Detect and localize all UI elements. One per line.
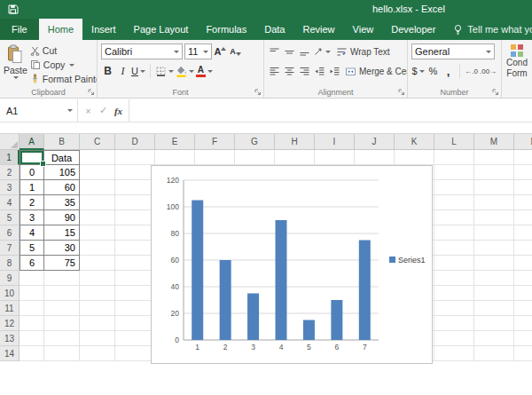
bar-4[interactable] — [276, 220, 287, 340]
row-header-11[interactable]: 11 — [0, 301, 20, 316]
cell-d6[interactable] — [115, 225, 155, 241]
row-header-10[interactable]: 10 — [0, 286, 20, 301]
bar-1[interactable] — [192, 201, 203, 341]
cell-a13[interactable] — [20, 331, 44, 346]
bar-6[interactable] — [331, 300, 342, 340]
cell-d2[interactable] — [115, 165, 155, 180]
cell-n3[interactable] — [514, 180, 532, 195]
cell-m2[interactable] — [474, 165, 514, 180]
cell-c2[interactable] — [80, 165, 115, 180]
bold-button[interactable]: B — [101, 63, 114, 79]
cell-n8[interactable] — [514, 256, 532, 271]
tell-me-box[interactable]: Tell me what you want to do... — [453, 19, 532, 40]
cell-a2[interactable]: 0 — [20, 165, 44, 180]
number-dialog-launcher[interactable] — [492, 89, 499, 96]
cell-c8[interactable] — [80, 256, 115, 271]
cell-l7[interactable] — [434, 241, 474, 256]
align-left-button[interactable] — [268, 63, 281, 79]
paste-button[interactable]: Paste — [4, 43, 27, 85]
cell-a7[interactable]: 5 — [20, 241, 44, 256]
cell-l13[interactable] — [434, 331, 474, 346]
cell-i1[interactable] — [315, 150, 355, 165]
align-bottom-button[interactable] — [298, 43, 311, 59]
cell-g1[interactable] — [235, 150, 275, 165]
cell-l8[interactable] — [434, 256, 474, 271]
wrap-text-button[interactable]: Wrap Text — [336, 47, 390, 57]
cell-b8[interactable]: 75 — [44, 256, 80, 271]
cell-d1[interactable] — [115, 150, 155, 165]
cell-c3[interactable] — [80, 180, 115, 195]
cell-a3[interactable]: 1 — [20, 180, 44, 195]
cell-c9[interactable] — [80, 271, 115, 286]
column-header-g[interactable]: G — [235, 134, 275, 150]
row-header-4[interactable]: 4 — [0, 195, 20, 210]
cell-d8[interactable] — [115, 256, 155, 271]
font-color-button[interactable]: A — [196, 63, 213, 79]
cell-d11[interactable] — [115, 301, 155, 316]
column-header-c[interactable]: C — [80, 134, 115, 150]
increase-indent-button[interactable] — [328, 63, 341, 79]
orientation-button[interactable] — [313, 43, 331, 59]
cell-a10[interactable] — [20, 286, 44, 301]
cell-l9[interactable] — [434, 271, 474, 286]
bar-5[interactable] — [303, 320, 315, 341]
cell-d5[interactable] — [115, 210, 155, 225]
cell-d9[interactable] — [115, 271, 155, 286]
insert-function-button[interactable]: fx — [111, 106, 126, 116]
cell-m10[interactable] — [474, 286, 514, 301]
cell-b1[interactable]: Data — [44, 150, 80, 165]
cell-a6[interactable]: 4 — [20, 225, 44, 241]
cell-b10[interactable] — [44, 286, 80, 301]
cell-a11[interactable] — [20, 301, 44, 316]
cell-d7[interactable] — [115, 241, 155, 256]
cell-n2[interactable] — [514, 165, 532, 180]
cell-m9[interactable] — [474, 271, 514, 286]
cell-c10[interactable] — [80, 286, 115, 301]
cell-l4[interactable] — [434, 195, 474, 210]
decrease-indent-button[interactable] — [313, 63, 326, 79]
cell-c5[interactable] — [80, 210, 115, 225]
row-header-6[interactable]: 6 — [0, 225, 20, 241]
cell-m13[interactable] — [474, 331, 514, 346]
cell-b5[interactable]: 90 — [44, 210, 80, 225]
cell-a9[interactable] — [20, 271, 44, 286]
borders-button[interactable] — [155, 63, 174, 79]
cell-l2[interactable] — [434, 165, 474, 180]
increase-font-button[interactable]: A — [214, 43, 227, 59]
bar-3[interactable] — [247, 294, 259, 341]
cell-l1[interactable] — [434, 150, 474, 165]
cell-n4[interactable] — [514, 195, 532, 210]
cell-d13[interactable] — [115, 331, 155, 346]
merge-center-button[interactable]: Merge & Center — [345, 67, 408, 76]
cell-a14[interactable] — [20, 346, 44, 361]
cell-m8[interactable] — [474, 256, 514, 271]
cell-n5[interactable] — [514, 210, 532, 225]
cell-c1[interactable] — [80, 150, 115, 165]
cell-m1[interactable] — [474, 150, 514, 165]
tab-review[interactable]: Review — [293, 19, 343, 40]
cell-l12[interactable] — [434, 316, 474, 331]
cell-c6[interactable] — [80, 225, 115, 241]
cell-l6[interactable] — [434, 225, 474, 241]
copy-button[interactable]: Copy — [30, 59, 98, 71]
tab-developer[interactable]: Developer — [382, 19, 444, 40]
decrease-decimal-button[interactable]: .00→ — [480, 63, 497, 79]
row-header-3[interactable]: 3 — [0, 180, 20, 195]
cell-b14[interactable] — [44, 346, 80, 361]
clipboard-dialog-launcher[interactable] — [88, 89, 95, 96]
align-right-button[interactable] — [298, 63, 311, 79]
row-header-14[interactable]: 14 — [0, 346, 20, 361]
underline-button[interactable]: U — [131, 63, 145, 79]
conditional-formatting-button[interactable]: Cond Form — [502, 40, 532, 79]
fill-color-button[interactable] — [176, 63, 194, 79]
number-format-combo[interactable]: General — [411, 43, 495, 59]
cell-c11[interactable] — [80, 301, 115, 316]
cell-n1[interactable] — [514, 150, 532, 165]
cell-m14[interactable] — [474, 346, 514, 361]
bar-7[interactable] — [359, 241, 371, 341]
select-all-corner[interactable] — [0, 134, 20, 150]
cell-b4[interactable]: 35 — [44, 195, 80, 210]
tab-insert[interactable]: Insert — [82, 19, 125, 40]
cell-b2[interactable]: 105 — [44, 165, 80, 180]
cell-l3[interactable] — [434, 180, 474, 195]
